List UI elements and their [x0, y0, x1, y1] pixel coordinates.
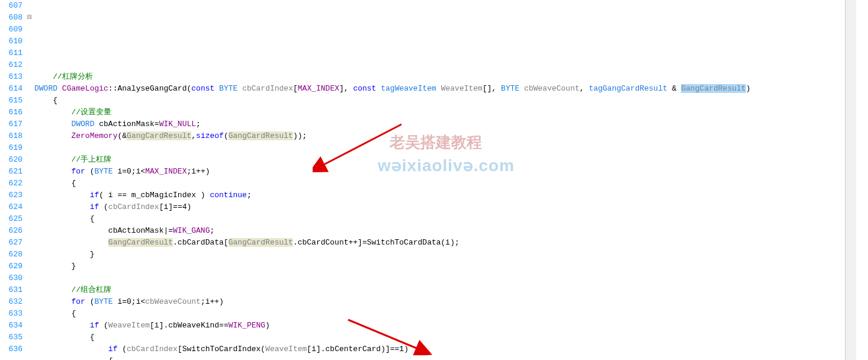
fold-marker: [25, 36, 34, 47]
code-line[interactable]: {: [34, 213, 856, 225]
code-token: {: [90, 214, 95, 223]
line-number: 608: [0, 12, 22, 24]
code-token: ;: [247, 191, 252, 200]
code-token: ): [746, 84, 751, 93]
code-line[interactable]: {: [34, 95, 856, 107]
code-token: (: [85, 297, 95, 306]
code-line[interactable]: {: [34, 178, 856, 189]
code-line[interactable]: DWORD CGameLogic::AnalyseGangCard(const …: [34, 83, 856, 95]
code-token: ;i++): [187, 167, 210, 176]
fold-marker: [25, 95, 34, 107]
code-line[interactable]: [34, 142, 856, 154]
code-line[interactable]: for (BYTE i=0;i<cbWeaveCount;i++): [34, 296, 856, 308]
fold-marker: [25, 332, 34, 343]
code-token: ;: [196, 120, 201, 128]
code-line[interactable]: DWORD cbActionMask=WIK_NULL;: [34, 118, 856, 130]
vertical-scrollbar[interactable]: [845, 0, 856, 360]
code-token: cbCardIndex: [127, 345, 178, 353]
code-token: ;i++): [201, 297, 224, 306]
code-line[interactable]: //设置变量: [34, 107, 856, 118]
fold-marker: [25, 130, 34, 142]
code-line[interactable]: if (cbCardIndex[SwitchToCardIndex(WeaveI…: [34, 343, 856, 355]
code-token: ],: [339, 84, 353, 93]
code-token: [436, 84, 441, 93]
code-token: [i].cbWeaveKind==: [150, 321, 229, 330]
code-token: cbCardIndex: [242, 84, 293, 93]
code-line[interactable]: //手上杠牌: [34, 154, 856, 166]
code-token: if: [108, 345, 118, 353]
code-line[interactable]: }: [34, 249, 856, 261]
code-token: //手上杠牌: [71, 155, 111, 164]
line-number: 613: [0, 71, 22, 83]
line-number: 633: [0, 308, 22, 320]
code-line[interactable]: //组合杠牌: [34, 284, 856, 296]
code-token: .cbCardCount++]=SwitchToCardData(i);: [293, 238, 459, 247]
code-token: MAX_INDEX: [298, 84, 339, 93]
line-number: 630: [0, 272, 22, 284]
code-line[interactable]: cbActionMask|=WIK_GANG;: [34, 225, 856, 237]
fold-marker: [25, 284, 34, 296]
line-number: 623: [0, 189, 22, 201]
code-token: WeaveItem: [265, 345, 307, 353]
code-token: &: [667, 84, 681, 93]
fold-marker: [25, 225, 34, 237]
code-area[interactable]: 老吴搭建教程 wəixiaolivə.com //杠牌分析DWORD CGame…: [34, 0, 856, 360]
code-token: i=0;i<: [113, 167, 146, 176]
code-line[interactable]: [34, 272, 856, 284]
fold-marker: [25, 343, 34, 355]
code-token: BYTE: [94, 297, 112, 306]
code-line[interactable]: ZeroMemory(&GangCardResult,sizeof(GangCa…: [34, 130, 856, 142]
code-token: ( i == m_cbMagicIndex ): [99, 191, 210, 200]
code-token: i=0;i<: [113, 297, 146, 306]
code-token: //杠牌分析: [53, 72, 93, 81]
code-line[interactable]: GangCardResult.cbCardData[GangCardResult…: [34, 237, 856, 249]
code-token: const: [353, 84, 376, 93]
fold-marker: [25, 24, 34, 36]
fold-marker: [25, 59, 34, 71]
code-token: if: [90, 191, 99, 200]
fold-marker[interactable]: ⊟: [25, 12, 34, 24]
code-token: .cbCardData[: [173, 238, 229, 247]
code-line[interactable]: if( i == m_cbMagicIndex ) continue;: [34, 189, 856, 201]
code-token: ): [265, 321, 270, 330]
code-token: {: [108, 356, 113, 360]
code-token: cbWeaveCount: [145, 297, 201, 306]
code-token: GangCardResult: [108, 238, 173, 247]
code-token: tagGangCardResult: [589, 84, 667, 93]
fold-marker: [25, 154, 34, 166]
code-token: [57, 84, 62, 93]
code-line[interactable]: {: [34, 308, 856, 320]
code-token: GangCardResult: [681, 84, 745, 93]
code-line[interactable]: if (cbCardIndex[i]==4): [34, 201, 856, 213]
code-token: (: [117, 345, 127, 353]
code-token: WIK_NULL: [159, 120, 196, 128]
fold-marker: [25, 213, 34, 225]
line-number: 629: [0, 261, 22, 272]
code-line[interactable]: if (WeaveItem[i].cbWeaveKind==WIK_PENG): [34, 320, 856, 332]
code-token: [519, 84, 524, 93]
code-token: ));: [293, 131, 307, 140]
code-line[interactable]: }: [34, 261, 856, 272]
code-line[interactable]: //杠牌分析: [34, 71, 856, 83]
code-token: {: [90, 333, 95, 342]
code-token: [214, 84, 219, 93]
code-line[interactable]: {: [34, 355, 856, 360]
line-number: 625: [0, 213, 22, 225]
line-number: 624: [0, 201, 22, 213]
line-number: 616: [0, 107, 22, 118]
code-editor[interactable]: 6076086096106116126136146156166176186196…: [0, 0, 856, 360]
fold-marker: [25, 83, 34, 95]
fold-gutter[interactable]: ⊟: [25, 0, 34, 360]
fold-marker: [25, 107, 34, 118]
code-token: ZeroMemory: [71, 131, 117, 140]
code-token: BYTE: [219, 84, 237, 93]
code-token: CGameLogic: [62, 84, 108, 93]
fold-marker: [25, 249, 34, 261]
line-number: 632: [0, 296, 22, 308]
code-token: GangCardResult: [229, 131, 293, 140]
code-line[interactable]: {: [34, 332, 856, 343]
code-token: //设置变量: [71, 108, 111, 117]
line-number: 628: [0, 249, 22, 261]
fold-marker: [25, 237, 34, 249]
code-line[interactable]: for (BYTE i=0;i<MAX_INDEX;i++): [34, 166, 856, 178]
